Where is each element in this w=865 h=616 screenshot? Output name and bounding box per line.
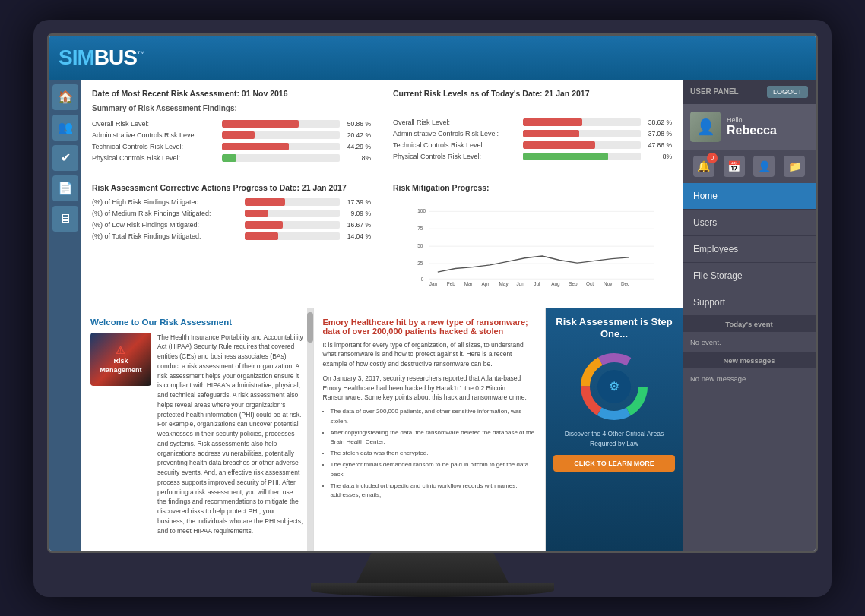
ad-sub: Discover the 4 Other Critical Areas Requ… (553, 429, 675, 449)
current-risk-label-1: Administrative Controls Risk Level: (393, 130, 518, 137)
svg-text:100: 100 (417, 208, 426, 213)
news-title: Emory Healthcare hit by a new type of ra… (323, 317, 537, 336)
welcome-article-panel: Welcome to Our Risk Assessment ⚠ RiskMan… (81, 308, 314, 551)
corrective-pct-1: 9.09 % (344, 210, 371, 217)
risk-row-1: Administrative Controls Risk Level: 20.4… (92, 131, 371, 139)
corrective-rows: (%) of High Risk Findings Mitigated: 17.… (92, 198, 371, 240)
current-risk-panel: Current Risk Levels as of Today's Date: … (382, 80, 683, 175)
top-bar: SIMBUS™ (49, 36, 816, 80)
corrective-label-3: (%) of Total Risk Findings Mitigated: (92, 232, 240, 240)
user-icons-row: 🔔 0 📅 👤 📁 (683, 150, 816, 183)
news-panel: Emory Healthcare hit by a new type of ra… (314, 308, 547, 551)
progress-panels-row: Risk Assessment Corrective Actions Progr… (81, 175, 683, 308)
screen: SIMBUS™ 🏠 👥 ✔ 📄 🖥 Date of Most Re (47, 33, 818, 553)
content-area: Date of Most Recent Risk Assessment: 01 … (81, 80, 683, 551)
corrective-actions-panel: Risk Assessment Corrective Actions Progr… (81, 175, 382, 308)
calendar-icon-button[interactable]: 📅 (724, 156, 745, 177)
todays-event-content: No event. (683, 332, 816, 352)
ad-chart: ⚙ (569, 347, 660, 423)
risk-row-3: Physical Controls Risk Level: 8% (92, 154, 371, 162)
svg-text:⚙: ⚙ (609, 380, 619, 393)
scroll-thumb[interactable] (307, 312, 313, 343)
current-risk-row-1: Administrative Controls Risk Level: 37.0… (393, 130, 672, 137)
logo-sub: ™ (137, 49, 144, 58)
current-risk-bar-container-0 (523, 118, 641, 126)
risk-label-0: Overall Risk Level: (92, 120, 217, 128)
news-intro: It is important for every type of organi… (323, 340, 537, 369)
sidebar-icon-home[interactable]: 🏠 (52, 84, 78, 110)
logout-button[interactable]: LOGOUT (767, 86, 808, 98)
svg-text:Mar: Mar (464, 280, 474, 286)
svg-text:25: 25 (417, 260, 423, 265)
svg-text:Feb: Feb (447, 280, 455, 286)
current-risk-label-0: Overall Risk Level: (393, 118, 518, 126)
bell-icon-button[interactable]: 🔔 0 (693, 156, 714, 177)
current-risk-row-2: Technical Controls Risk Level: 47.86 % (393, 141, 672, 149)
corrective-bar-container-2 (245, 221, 340, 229)
nav-item-home[interactable]: Home (683, 183, 816, 210)
news-bullet-1: After copying/stealing the data, the ran… (331, 428, 537, 448)
risk-bar-1 (222, 131, 255, 139)
new-messages-content: No new message. (683, 368, 816, 389)
welcome-body: The Health Insurance Portability and Acc… (157, 333, 304, 536)
svg-text:Apr: Apr (482, 280, 490, 286)
current-risk-bar-2 (523, 141, 595, 149)
sidebar-icon-users[interactable]: 👥 (52, 115, 78, 141)
corrective-label-1: (%) of Medium Risk Findings Mitigated: (92, 210, 240, 217)
person-icon-button[interactable]: 👤 (753, 156, 775, 177)
risk-rows-left: Overall Risk Level: 50.86 % Administrati… (92, 120, 371, 162)
user-panel-label: USER PANEL (690, 87, 739, 96)
current-risk-pct-3: 8% (645, 153, 672, 160)
monitor-base (311, 583, 554, 597)
ad-panel: Risk Assessment is Step One... (546, 308, 683, 551)
svg-text:50: 50 (417, 243, 423, 248)
svg-text:Aug: Aug (551, 280, 560, 286)
folder-icon-button[interactable]: 📁 (784, 156, 805, 177)
risk-row-0: Overall Risk Level: 50.86 % (92, 120, 371, 128)
nav-item-employees[interactable]: Employees (683, 236, 816, 263)
ad-title: Risk Assessment is Step One... (553, 316, 675, 342)
bottom-section: Welcome to Our Risk Assessment ⚠ RiskMan… (81, 308, 683, 551)
sidebar-icon-monitor[interactable]: 🖥 (52, 206, 78, 232)
corrective-pct-2: 16.67 % (344, 221, 371, 229)
sidebar-icon-tasks[interactable]: ✔ (52, 145, 78, 171)
risk-pct-2: 44.29 % (344, 143, 371, 150)
user-name: Rebecca (727, 124, 777, 137)
risk-pct-0: 50.86 % (344, 120, 371, 128)
risk-panels-row: Date of Most Recent Risk Assessment: 01 … (81, 80, 683, 175)
news-bullet-0: The data of over 200,000 patients, and o… (331, 407, 537, 427)
icon-sidebar: 🏠 👥 ✔ 📄 🖥 (49, 80, 81, 551)
risk-assessment-panel: Date of Most Recent Risk Assessment: 01 … (81, 80, 382, 175)
current-risk-row-0: Overall Risk Level: 38.62 % (393, 118, 672, 126)
mitigation-title: Risk Mitigation Progress: (393, 183, 672, 192)
corrective-bar-2 (245, 221, 283, 229)
nav-item-file-storage[interactable]: File Storage (683, 263, 816, 289)
svg-text:0: 0 (421, 276, 424, 282)
current-risk-bar-container-2 (523, 141, 641, 149)
news-bullet-4: The data included orthopedic and clinic … (331, 482, 537, 501)
todays-event-label: Today's event (683, 316, 816, 332)
current-risk-pct-0: 38.62 % (645, 118, 672, 126)
risk-bar-3 (222, 154, 236, 162)
risk-summary-label: Summary of Risk Assessment Findings: (92, 104, 371, 112)
notification-badge: 0 (707, 153, 718, 163)
risk-bar-container-1 (222, 131, 340, 139)
nav-item-support[interactable]: Support (683, 289, 816, 316)
corrective-row-1: (%) of Medium Risk Findings Mitigated: 9… (92, 210, 371, 217)
current-risk-bar-0 (523, 118, 582, 126)
risk-label-1: Administrative Controls Risk Level: (92, 131, 217, 139)
nav-item-users[interactable]: Users (683, 210, 816, 236)
sidebar-icon-docs[interactable]: 📄 (52, 175, 78, 201)
scroll-bar[interactable] (307, 308, 313, 551)
welcome-image: ⚠ RiskManagement (90, 333, 151, 386)
risk-date-label: Date of Most Recent Risk Assessment: 01 … (92, 89, 371, 98)
current-risk-label-3: Physical Controls Risk Level: (393, 153, 518, 160)
mitigation-chart: 100 75 50 25 0 (401, 206, 664, 289)
current-risk-bar-3 (523, 153, 608, 160)
news-bullets: The data of over 200,000 patients, and o… (323, 407, 537, 501)
corrective-label-0: (%) of High Risk Findings Mitigated: (92, 198, 240, 206)
corrective-bar-container-1 (245, 210, 340, 217)
current-risk-bar-1 (523, 130, 579, 137)
chart-area: 100 75 50 25 0 (393, 198, 672, 300)
ad-cta-button[interactable]: CLICK TO LEARN MORE (553, 455, 675, 472)
